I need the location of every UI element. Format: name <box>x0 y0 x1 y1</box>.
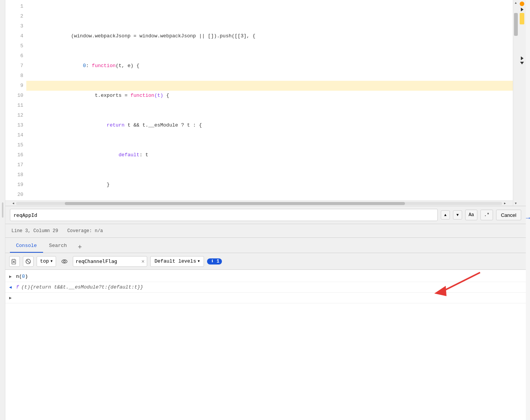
coverage-info: Coverage: n/a <box>67 228 103 234</box>
filter-input-wrapper[interactable]: ✕ <box>73 256 147 267</box>
left-panel-handle[interactable] <box>0 0 5 420</box>
watch-expressions-button[interactable] <box>59 256 70 267</box>
scroll-right-arrow[interactable]: ► <box>502 201 508 206</box>
tab-search[interactable]: Search <box>43 239 73 253</box>
context-label: top <box>40 258 49 264</box>
scrollbar-thumb[interactable] <box>65 202 405 205</box>
filter-clear-button[interactable]: ✕ <box>141 258 145 265</box>
console-line-2[interactable]: ◀ f (t){return t&&t.__esModule?t:{defaul… <box>5 282 526 293</box>
code-line-5: default: t <box>26 140 513 150</box>
tab-console[interactable]: Console <box>10 239 43 253</box>
cursor-position: Line 3, Column 29 <box>11 228 58 234</box>
search-bar: ▲ ▼ Aa .* Cancel <box>5 206 526 224</box>
console-text-1: n(0) <box>16 274 28 279</box>
scroll-down-arrow[interactable]: ▼ <box>513 200 519 206</box>
cancel-search-button[interactable]: Cancel <box>496 210 521 220</box>
block-icon <box>25 258 31 265</box>
minimap-arrow-right-2 <box>521 56 524 60</box>
add-tab-button[interactable]: + <box>74 242 85 253</box>
levels-label: Default levels <box>154 258 196 264</box>
minimap-highlight-block <box>520 13 524 24</box>
code-line-6: } <box>26 170 513 180</box>
scroll-left-arrow[interactable]: ◄ <box>11 201 16 206</box>
minimap-error-dot <box>520 2 524 6</box>
console-toolbar: top ▼ ✕ Default levels <box>5 253 526 270</box>
scrollbar-thumb-v[interactable] <box>514 13 518 36</box>
svg-point-8 <box>63 260 65 262</box>
info-badge-icon: ℹ <box>210 259 215 264</box>
svg-line-6 <box>27 260 30 263</box>
code-content[interactable]: (window.webpackJsonp = window.webpackJso… <box>26 0 513 200</box>
collapse-arrow-2[interactable]: ◀ <box>9 285 14 290</box>
code-editor: 1 2 3 4 5 6 7 8 9 10 11 12 13 14 <box>5 0 513 200</box>
code-line-1: (window.webpackJsonp = window.webpackJso… <box>26 21 513 31</box>
search-input-wrapper[interactable] <box>10 209 438 221</box>
console-line-1[interactable]: ▶ n(0) <box>5 271 526 282</box>
code-line-4: return t && t.__esModule ? t : { <box>26 111 513 120</box>
expand-arrow-3[interactable]: ▶ <box>9 295 14 300</box>
minimap-arrow-right <box>521 8 524 11</box>
context-selector[interactable]: top ▼ <box>37 256 56 267</box>
blue-link-arrow[interactable]: → <box>526 214 530 222</box>
expand-arrow-1[interactable]: ▶ <box>9 274 14 279</box>
search-input[interactable] <box>13 212 434 218</box>
eye-icon <box>61 258 68 265</box>
console-tabs: Console Search + <box>5 238 526 253</box>
fn-indicator: f <box>16 284 19 290</box>
console-output: ▶ n(0) ◀ f (t){return t&&t.__esModule?t:… <box>5 270 526 420</box>
vertical-scrollbar[interactable]: ▲ ▼ <box>513 0 518 206</box>
line-numbers: 1 2 3 4 5 6 7 8 9 10 11 12 13 14 <box>5 0 26 200</box>
message-count-badge: ℹ 1 <box>207 258 222 265</box>
regex-button[interactable]: .* <box>480 210 493 220</box>
console-panel: Console Search + <box>5 238 526 420</box>
levels-dropdown-arrow: ▼ <box>198 260 199 263</box>
horizontal-scrollbar[interactable]: ◄ ► <box>5 200 513 206</box>
code-line-2: 0: function(t, e) { <box>26 51 513 61</box>
console-line-3[interactable]: ▶ <box>5 293 526 303</box>
clear-console-button[interactable] <box>9 256 20 267</box>
minimap-arrow-down <box>520 62 524 64</box>
scrollbar-track[interactable] <box>16 202 502 205</box>
context-dropdown-arrow: ▼ <box>50 260 52 263</box>
clear-icon <box>11 258 18 265</box>
log-levels-button[interactable]: Default levels ▼ <box>150 256 204 267</box>
code-line-3: t.exports = function(t) { <box>26 81 513 91</box>
resize-handle[interactable] <box>2 202 3 218</box>
search-next-button[interactable]: ▼ <box>453 210 462 220</box>
badge-count: 1 <box>217 259 219 264</box>
block-icon-button[interactable] <box>23 256 34 267</box>
search-prev-button[interactable]: ▲ <box>441 210 450 220</box>
console-result-text: (t){return t&&t.__esModule?t:{default:t}… <box>21 284 143 290</box>
scroll-up-arrow[interactable]: ▲ <box>513 0 519 5</box>
filter-input[interactable] <box>75 258 140 264</box>
status-bar: Line 3, Column 29 Coverage: n/a <box>5 224 526 238</box>
match-case-button[interactable]: Aa <box>465 210 477 220</box>
editor-minimap <box>518 0 526 206</box>
